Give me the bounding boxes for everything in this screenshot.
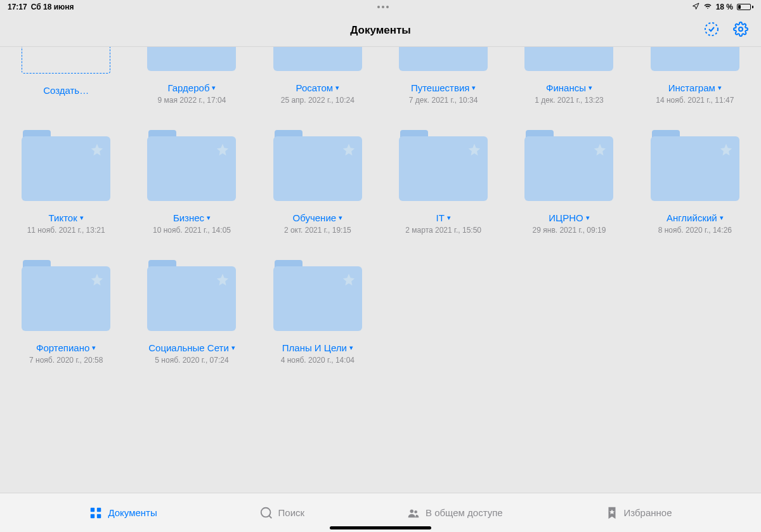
star-icon [719, 143, 733, 159]
folder-tile[interactable]: Английский ▾ 8 нояб. 2020 г., 14:26 [648, 130, 742, 235]
folder-tile[interactable]: IT ▾ 2 марта 2021 г., 15:50 [396, 130, 490, 235]
folder-icon[interactable] [399, 130, 488, 201]
status-time: 17:17 [8, 3, 27, 11]
star-icon [90, 273, 104, 289]
folder-icon[interactable] [147, 260, 236, 331]
folder-name[interactable]: Фортепиано ▾ [36, 342, 96, 353]
folder-name[interactable]: Росатом ▾ [296, 82, 340, 93]
svg-point-1 [739, 27, 743, 31]
folder-name[interactable]: Путешествия ▾ [411, 82, 476, 93]
tab-search[interactable]: Поиск [259, 506, 305, 520]
folder-tile[interactable]: Инстаграм ▾ 14 нояб. 2021 г., 11:47 [648, 47, 742, 105]
chevron-down-icon: ▾ [447, 214, 451, 222]
folder-name[interactable]: ИЦРНО ▾ [549, 212, 589, 223]
folder-name-label: Путешествия [411, 82, 470, 93]
folder-icon[interactable] [524, 130, 613, 201]
header: Документы [0, 14, 761, 47]
chevron-down-icon: ▾ [92, 344, 96, 352]
home-indicator[interactable] [330, 526, 431, 529]
folder-icon[interactable] [524, 47, 613, 71]
folder-tile[interactable]: ИЦРНО ▾ 29 янв. 2021 г., 09:19 [522, 130, 616, 235]
chevron-down-icon: ▾ [231, 344, 235, 352]
folder-name[interactable]: Социальные Сети ▾ [148, 342, 235, 353]
folder-tile[interactable]: Росатом ▾ 25 апр. 2022 г., 10:24 [271, 47, 365, 105]
wifi-icon [703, 3, 712, 12]
status-right: 18 % [692, 3, 753, 12]
tab-search-label: Поиск [278, 507, 305, 518]
create-tile[interactable]: Создать… [19, 47, 113, 105]
folder-name[interactable]: Тикток ▾ [49, 212, 84, 223]
folder-icon[interactable] [651, 130, 739, 201]
folder-icon[interactable] [22, 260, 110, 331]
folder-date: 4 нояб. 2020 г., 14:04 [281, 356, 354, 365]
chevron-down-icon: ▾ [335, 84, 339, 92]
gear-icon[interactable] [733, 22, 748, 39]
folder-tile[interactable]: Обучение ▾ 2 окт. 2021 г., 19:15 [271, 130, 365, 235]
folder-name-label: ИЦРНО [549, 212, 583, 223]
folder-name-label: Инстаграм [668, 82, 715, 93]
folder-date: 1 дек. 2021 г., 13:23 [535, 96, 604, 105]
create-box[interactable] [22, 47, 110, 74]
folder-icon[interactable] [273, 130, 362, 201]
folder-name[interactable]: IT ▾ [436, 212, 450, 223]
folder-name[interactable]: Инстаграм ▾ [668, 82, 722, 93]
chevron-down-icon: ▾ [586, 214, 590, 222]
tab-documents[interactable]: Документы [89, 506, 157, 520]
chevron-down-icon: ▾ [472, 84, 476, 92]
star-icon [216, 273, 230, 289]
folder-name[interactable]: Бизнес ▾ [173, 212, 211, 223]
chevron-down-icon: ▾ [207, 214, 211, 222]
folder-icon[interactable] [399, 47, 488, 71]
folder-name-label: Финансы [546, 82, 586, 93]
chevron-down-icon: ▾ [589, 84, 592, 92]
chevron-down-icon: ▾ [718, 84, 722, 92]
folder-name[interactable]: Планы И Цели ▾ [282, 342, 353, 353]
folder-tile[interactable]: Гардероб ▾ 9 мая 2022 г., 17:04 [145, 47, 238, 105]
star-icon [467, 143, 481, 159]
folder-tile[interactable]: Путешествия ▾ 7 дек. 2021 г., 10:34 [396, 47, 490, 105]
svg-rect-4 [91, 514, 94, 517]
folder-icon[interactable] [273, 260, 362, 331]
folder-tile[interactable]: Социальные Сети ▾ 5 нояб. 2020 г., 07:24 [145, 260, 238, 365]
multitask-dots[interactable] [377, 6, 389, 8]
svg-point-8 [414, 510, 417, 513]
location-icon [692, 3, 699, 12]
folder-date: 14 нояб. 2021 г., 11:47 [656, 96, 734, 105]
folder-tile[interactable]: Бизнес ▾ 10 нояб. 2021 г., 14:05 [145, 130, 238, 235]
tab-favorites-label: Избранное [624, 507, 672, 518]
folder-name[interactable]: Обучение ▾ [293, 212, 343, 223]
folder-name-label: Английский [667, 212, 717, 223]
folder-tile[interactable]: Планы И Цели ▾ 4 нояб. 2020 г., 14:04 [271, 260, 365, 365]
folder-icon[interactable] [273, 47, 362, 71]
folder-icon[interactable] [147, 47, 236, 71]
folder-tile[interactable]: Финансы ▾ 1 дек. 2021 г., 13:23 [522, 47, 616, 105]
folder-grid-content: Создать… Гардероб ▾ 9 мая 2022 г., 17:04… [0, 47, 761, 493]
svg-point-7 [410, 509, 413, 513]
folder-name-label: Обучение [293, 212, 337, 223]
create-label: Создать… [43, 85, 89, 96]
battery-icon [737, 4, 753, 10]
star-icon [90, 143, 104, 159]
folder-name[interactable]: Английский ▾ [667, 212, 724, 223]
chevron-down-icon: ▾ [212, 84, 216, 92]
page-title: Документы [350, 24, 411, 37]
folder-date: 2 марта 2021 г., 15:50 [405, 226, 481, 235]
folder-name-label: Тикток [49, 212, 77, 223]
tab-favorites[interactable]: Избранное [605, 506, 672, 520]
svg-point-6 [261, 507, 270, 517]
folder-icon[interactable] [147, 130, 236, 201]
star-icon [342, 143, 356, 159]
tab-documents-label: Документы [108, 507, 157, 518]
folder-icon[interactable] [651, 47, 739, 71]
folder-name-label: Росатом [296, 82, 334, 93]
select-badge-icon[interactable] [704, 22, 719, 39]
folder-name[interactable]: Финансы ▾ [546, 82, 592, 93]
folder-icon[interactable] [22, 130, 110, 201]
folder-name[interactable]: Гардероб ▾ [167, 82, 216, 93]
folder-name-label: Планы И Цели [282, 342, 347, 353]
folder-date: 10 нояб. 2021 г., 14:05 [153, 226, 231, 235]
folder-tile[interactable]: Фортепиано ▾ 7 нояб. 2020 г., 20:58 [19, 260, 113, 365]
folder-date: 25 апр. 2022 г., 10:24 [281, 96, 354, 105]
folder-tile[interactable]: Тикток ▾ 11 нояб. 2021 г., 13:21 [19, 130, 113, 235]
tab-shared[interactable]: В общем доступе [407, 506, 503, 520]
